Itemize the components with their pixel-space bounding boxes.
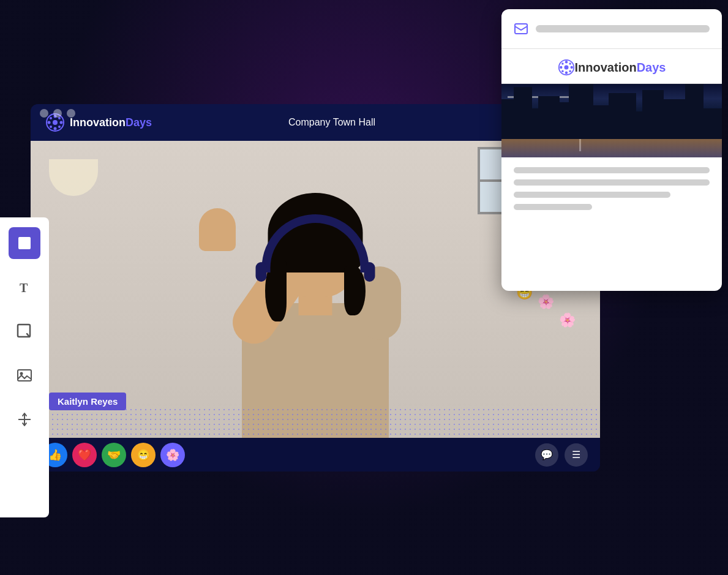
image-tool-button[interactable]: [9, 359, 40, 391]
person-right-hand: [199, 208, 236, 251]
dot-pattern: [31, 407, 600, 438]
content-line-1: [514, 167, 710, 173]
building-6: [569, 84, 593, 139]
expand-tool-button[interactable]: [9, 404, 40, 435]
svg-point-23: [570, 66, 572, 69]
logo-text: InnovationDays: [70, 116, 152, 129]
love-button[interactable]: ❤️: [72, 443, 97, 467]
svg-point-27: [561, 70, 564, 72]
building-7: [590, 105, 609, 139]
svg-rect-17: [515, 24, 527, 34]
person-hair-right: [344, 266, 366, 315]
water-reflection: [501, 139, 722, 157]
event-title: Company Town Hall: [288, 117, 375, 128]
svg-point-10: [54, 127, 57, 130]
svg-point-24: [561, 62, 564, 65]
buildings-silhouette: [501, 90, 722, 139]
right-panel-logo-icon: [558, 59, 575, 76]
svg-point-25: [569, 70, 571, 72]
svg-point-14: [58, 126, 61, 128]
content-line-2: [514, 179, 710, 186]
chat-button[interactable]: 💬: [535, 443, 558, 467]
person-figure: [174, 193, 456, 438]
menu-button[interactable]: ☰: [565, 443, 588, 467]
svg-text:T: T: [20, 281, 28, 295]
dot-red[interactable]: [40, 109, 48, 118]
svg-point-20: [565, 61, 567, 63]
svg-point-12: [60, 121, 63, 124]
flower-button[interactable]: 🌸: [160, 443, 185, 467]
email-icon: [514, 21, 528, 36]
window-traffic-lights: [40, 109, 75, 118]
svg-point-16: [50, 126, 52, 128]
reaction-buttons: 👍 ❤️ 🤝 😁 🌸: [43, 443, 185, 467]
svg-point-19: [564, 66, 568, 70]
text-tool-button[interactable]: T: [9, 271, 40, 303]
dot-green[interactable]: [67, 109, 75, 118]
right-panel: InnovationDays: [501, 9, 722, 291]
dot-yellow[interactable]: [53, 109, 62, 118]
toolbar: T: [0, 217, 49, 517]
square-tool-button[interactable]: [9, 227, 40, 259]
right-panel-logo: InnovationDays: [501, 49, 722, 84]
city-night-image: [501, 84, 722, 157]
svg-point-8: [53, 120, 58, 125]
speaker-name-badge: Kaitlyn Reyes: [49, 393, 126, 410]
building-8: [609, 93, 636, 139]
floating-flower-5: 🌸: [538, 294, 554, 310]
email-subject-bar: [536, 25, 710, 32]
svg-rect-0: [18, 237, 31, 249]
building-13: [700, 108, 722, 139]
haha-button[interactable]: 😁: [131, 443, 156, 467]
content-line-3: [514, 192, 670, 198]
right-panel-content: [501, 157, 722, 226]
floating-flower-6: 🌸: [559, 312, 576, 328]
action-buttons: 💬 ☰: [535, 443, 588, 467]
reaction-bar: 👍 ❤️ 🤝 😁 🌸 💬 ☰: [31, 438, 600, 472]
right-panel-header: [501, 9, 722, 49]
cityscape: [501, 84, 722, 157]
right-panel-logo-text: InnovationDays: [575, 61, 666, 75]
select-tool-button[interactable]: [9, 315, 40, 347]
svg-point-11: [48, 121, 51, 124]
svg-point-26: [569, 62, 571, 65]
content-line-4: [514, 204, 592, 210]
clap-button[interactable]: 🤝: [102, 443, 126, 467]
svg-point-21: [565, 72, 567, 74]
svg-point-22: [560, 66, 562, 69]
